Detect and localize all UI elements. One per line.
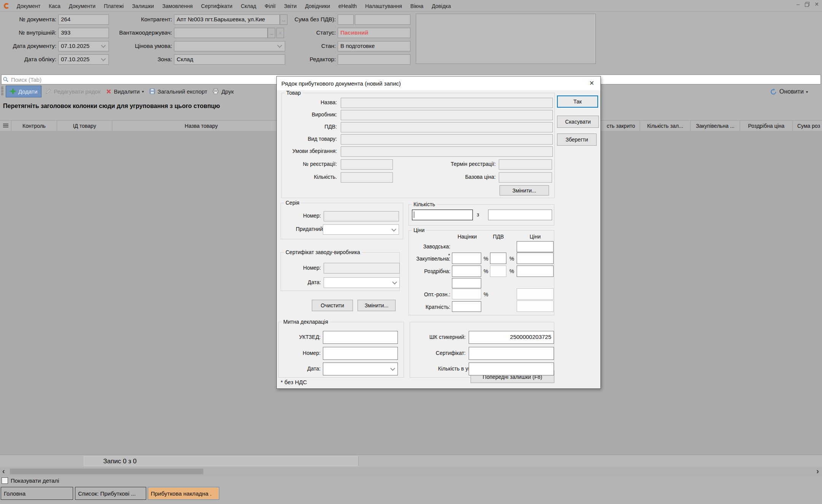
multiplicity-field[interactable]	[452, 301, 481, 312]
price-condition-field[interactable]	[174, 41, 285, 51]
export-button[interactable]: Загальний експорт	[149, 88, 207, 95]
series-number-field[interactable]	[324, 211, 399, 221]
purchase-price-label: Закупівельна:	[409, 256, 450, 262]
product-group-legend: Товар	[285, 90, 302, 96]
internal-number-field[interactable]: 393	[58, 28, 109, 38]
sum-no-vat-field-2	[355, 14, 410, 25]
toolbar-grip[interactable]	[1, 87, 3, 96]
quantity-total-field[interactable]	[488, 210, 552, 220]
uktzed-field[interactable]	[323, 331, 398, 344]
certificate-change-button[interactable]: Змінити...	[358, 300, 396, 311]
certificate-number-field[interactable]	[324, 263, 400, 273]
base-price-field[interactable]	[499, 172, 552, 183]
details-checkbox[interactable]	[2, 477, 8, 484]
retail-price-field[interactable]	[517, 266, 554, 277]
menu-item-help[interactable]: Довідка	[428, 1, 455, 11]
certificate-clear-button[interactable]: Очистити	[312, 300, 353, 311]
pack-quantity-field[interactable]	[469, 362, 554, 375]
doc-date-field[interactable]: 07.10.2025	[58, 41, 109, 51]
column-header-purchase-price[interactable]: Закупівельна ...	[691, 121, 740, 131]
app-logo-icon	[4, 3, 10, 9]
menu-item-payments[interactable]: Платежі	[100, 1, 128, 11]
edit-row-button[interactable]: Редагувати рядок	[45, 88, 101, 95]
base-price-label: Базова ціна:	[415, 174, 496, 180]
menu-item-windows[interactable]: Вікна	[406, 1, 428, 11]
series-valid-dropdown[interactable]	[323, 224, 399, 235]
customs-number-field[interactable]	[323, 347, 398, 360]
quantity-input[interactable]	[412, 210, 473, 220]
menu-item-ehealth[interactable]: eHealth	[334, 1, 361, 11]
storage-conditions-field[interactable]	[341, 146, 553, 157]
sticker-barcode-field[interactable]: 2500000203725	[469, 331, 554, 344]
minimize-icon[interactable]: –	[796, 1, 800, 7]
product-change-button[interactable]: Змінити...	[500, 185, 549, 196]
sticker-certificate-field[interactable]	[469, 347, 554, 360]
wholesale-markup-field[interactable]	[452, 289, 481, 299]
column-header-product-name[interactable]: Назва товару	[112, 121, 290, 131]
certificate-date-dropdown[interactable]	[324, 277, 400, 288]
scrollbar-thumb[interactable]	[10, 469, 203, 474]
save-button[interactable]: Зберегти	[557, 134, 597, 146]
reg-term-field[interactable]	[499, 159, 552, 170]
reg-number-field[interactable]	[341, 159, 393, 170]
customs-date-dropdown[interactable]	[323, 362, 398, 375]
column-header-retail-sum[interactable]: Сума роз	[793, 121, 822, 131]
zone-field[interactable]: Склад	[174, 54, 285, 65]
scroll-right-icon[interactable]: ›	[816, 467, 819, 475]
details-checkbox-label[interactable]: Показувати деталі	[11, 477, 59, 484]
consignee-field[interactable]	[174, 28, 268, 38]
manufacturer-field[interactable]	[341, 110, 553, 120]
extra-markup-field[interactable]	[452, 278, 481, 288]
column-header-control[interactable]: Контроль	[11, 121, 57, 131]
menu-item-certificates[interactable]: Сертифікати	[197, 1, 236, 11]
vat-field[interactable]	[341, 122, 553, 132]
retail-markup-field[interactable]	[452, 266, 481, 277]
cancel-button[interactable]: Скасувати	[557, 116, 599, 128]
print-button[interactable]: Друк	[212, 88, 233, 95]
consignee-lookup-button[interactable]: ...	[268, 28, 275, 38]
column-header-retail-price[interactable]: Роздрібна ціна	[740, 121, 793, 131]
close-icon[interactable]: ✕	[589, 79, 594, 87]
multiplicity-price-field[interactable]	[517, 300, 554, 312]
restore-icon[interactable]	[805, 2, 809, 6]
pack-quantity-label: Кількість в уп	[410, 366, 471, 372]
product-type-field[interactable]	[341, 134, 553, 145]
purchase-vat-field[interactable]	[490, 253, 506, 264]
contractor-field[interactable]: Апт №003 пгт.Барышевка, ул.Кие	[174, 14, 280, 25]
purchase-price-field[interactable]	[517, 253, 554, 264]
menu-item-warehouse[interactable]: Склад	[236, 1, 260, 11]
menu-item-documents[interactable]: Документи	[65, 1, 100, 11]
menu-item-stock[interactable]: Залишки	[128, 1, 158, 11]
tab-home[interactable]: Головна	[1, 487, 73, 500]
column-header-qty-left[interactable]: Кількість зал...	[640, 121, 691, 131]
menu-item-document[interactable]: Документ	[13, 1, 45, 11]
doc-number-field[interactable]: 264	[58, 14, 109, 25]
account-date-field[interactable]: 07.10.2025	[58, 54, 109, 65]
menu-item-orders[interactable]: Замовлення	[158, 1, 197, 11]
close-icon[interactable]: ✕	[814, 1, 819, 7]
product-name-field[interactable]	[341, 98, 553, 108]
menu-item-branches[interactable]: Філії	[260, 1, 280, 11]
product-quantity-field[interactable]	[341, 172, 393, 183]
factory-price-field[interactable]	[517, 241, 554, 252]
menu-item-directories[interactable]: Довідники	[301, 1, 334, 11]
tab-income-invoice[interactable]: Прибуткова накладна .	[148, 487, 219, 500]
menu-item-settings[interactable]: Налаштування	[361, 1, 406, 11]
retail-vat-field[interactable]	[490, 266, 506, 277]
refresh-button[interactable]: Оновити ▾	[770, 87, 808, 97]
dialog-title-bar[interactable]: Рядок прибуткового документа (новий запи…	[277, 76, 600, 90]
column-header-grip[interactable]	[0, 121, 11, 131]
delete-button[interactable]: Видалити ▾	[106, 88, 144, 95]
customs-number-label: Номер:	[279, 350, 321, 356]
status-field: Пасивний	[338, 28, 410, 38]
wholesale-price-field[interactable]	[517, 288, 554, 300]
scroll-left-icon[interactable]: ‹	[2, 467, 5, 475]
menu-item-kasa[interactable]: Каса	[45, 1, 65, 11]
menu-item-reports[interactable]: Звіти	[280, 1, 301, 11]
column-header-product-id[interactable]: ІД товару	[57, 121, 112, 131]
add-button[interactable]: Додати	[6, 86, 41, 97]
purchase-markup-field[interactable]	[452, 253, 481, 264]
chevron-down-icon	[392, 280, 397, 285]
ok-button[interactable]: Так	[557, 95, 598, 108]
tab-income-list[interactable]: Список: Прибуткові ...	[75, 487, 146, 500]
